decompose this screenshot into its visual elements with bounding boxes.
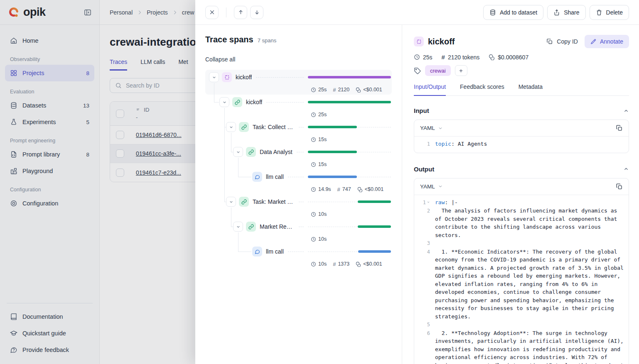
clock-icon (311, 162, 316, 167)
leader-line (266, 102, 304, 103)
duration-track (308, 151, 391, 153)
add-tag-button[interactable] (455, 65, 467, 76)
collapse-all-button[interactable]: Collapse all (205, 56, 235, 63)
leader-line (288, 177, 304, 177)
chevron-down-icon (236, 225, 241, 229)
tree-connector (238, 177, 251, 177)
hash-icon: # (337, 186, 340, 193)
span-name: llm call (266, 173, 284, 180)
duration-track (308, 225, 391, 228)
span-row-data-analyst[interactable]: Data Analyst 15s (205, 144, 392, 169)
copy-icon (546, 38, 553, 45)
clock-icon (311, 87, 316, 93)
span-row-llm-call[interactable]: llm call 10s #1373 <$0.001 (205, 244, 392, 269)
span-type-link-icon (246, 222, 256, 232)
yaml-text: 1. **Economic Indicators**: The recovery… (430, 248, 624, 321)
output-format-select[interactable]: YAML (420, 183, 443, 190)
chevron-down-icon (438, 184, 443, 189)
duration-track (308, 76, 391, 78)
span-duration: 15s (318, 137, 327, 142)
leader-line (288, 252, 304, 252)
span-name: Data Analyst (260, 149, 292, 155)
span-type-link-icon (239, 122, 249, 132)
clock-icon (311, 212, 316, 217)
detail-duration: 25s (423, 54, 433, 61)
clock-icon (311, 261, 316, 267)
span-row-market-researcher[interactable]: Market Researc... 10s (205, 219, 392, 244)
span-detail-title: kickoff (428, 37, 455, 46)
tree-connector (214, 83, 214, 102)
output-code-block: YAML 1 raw: |- 2 The analysis of factors… (414, 178, 629, 364)
yaml-text (430, 239, 624, 248)
expand-span-button[interactable] (233, 222, 243, 232)
trace-detail-sheet: Add to dataset Share Delete (195, 0, 639, 364)
leader-line (256, 77, 304, 78)
expand-span-button[interactable] (233, 147, 243, 157)
tree-connector (231, 152, 233, 152)
clock-icon (311, 237, 316, 242)
copy-output-button[interactable] (616, 183, 623, 190)
sheet-toolbar: Add to dataset Share Delete (195, 0, 639, 25)
input-format-select[interactable]: YAML (420, 125, 443, 131)
span-duration: 14.9s (318, 186, 331, 192)
duration-track (308, 101, 391, 103)
duration-track (308, 200, 391, 203)
annotate-button[interactable]: Annotate (585, 35, 629, 48)
code-line: 6 2. **Technology Adoption**: The surge … (418, 329, 624, 364)
span-row-llm-call[interactable]: llm call 14.9s #747 <$0.001 (205, 169, 392, 194)
span-row-kickoff-root[interactable]: kickoff 25s #2120 <$0.001 (205, 70, 392, 95)
chevron-down-icon (236, 150, 241, 154)
span-row-task-market-research[interactable]: Task: Market Rese... 10s (205, 194, 392, 219)
output-section-header[interactable]: Output (414, 166, 629, 173)
span-name: kickoff (246, 99, 262, 105)
expand-span-button[interactable] (226, 122, 236, 132)
span-cost: <$0.001 (363, 261, 382, 267)
tag-crewai[interactable]: crewai (425, 65, 451, 76)
tree-connector (214, 102, 219, 103)
next-trace-button[interactable] (250, 6, 263, 19)
span-type-link-icon (246, 147, 256, 157)
duration-bar (308, 176, 357, 178)
input-section-label: Input (414, 107, 429, 114)
span-row-task-collect-data[interactable]: Task: Collect Data ... 15s (205, 120, 392, 144)
database-icon (489, 9, 496, 16)
fold-chevron-icon[interactable] (427, 200, 430, 204)
delete-button[interactable]: Delete (590, 5, 629, 20)
yaml-key: raw (435, 199, 445, 205)
span-name: Task: Collect Data ... (253, 124, 295, 130)
clock-icon (311, 187, 316, 192)
tab-input-output[interactable]: Input/Output (414, 83, 446, 96)
share-button[interactable]: Share (547, 5, 585, 20)
hash-icon: # (333, 87, 336, 93)
copy-icon (616, 125, 623, 132)
span-type-link-icon (239, 197, 249, 207)
clock-icon (414, 54, 420, 60)
chevron-down-icon (229, 125, 233, 129)
code-line: 1 raw: |- (418, 198, 624, 207)
copy-input-button[interactable] (616, 125, 623, 132)
previous-trace-button[interactable] (234, 6, 247, 19)
tab-feedback-scores[interactable]: Feedback scores (460, 83, 504, 96)
tree-connector (238, 252, 251, 252)
plus-icon (458, 68, 464, 73)
chevron-down-icon (222, 100, 227, 105)
span-duration: 10s (318, 211, 327, 217)
span-tokens: 2120 (338, 87, 349, 93)
close-button[interactable] (205, 6, 219, 19)
expand-span-button[interactable] (209, 72, 219, 82)
add-to-dataset-button[interactable]: Add to dataset (483, 5, 543, 20)
input-section-header[interactable]: Input (414, 107, 629, 114)
copy-id-button[interactable]: Copy ID (546, 38, 578, 45)
span-row-kickoff[interactable]: kickoff 25s (205, 95, 392, 120)
duration-bar (358, 225, 391, 228)
span-duration: 15s (318, 161, 327, 167)
yaml-value: : AI Agents (451, 141, 487, 147)
tab-metadata[interactable]: Metadata (519, 83, 543, 96)
code-line: 5 (418, 320, 624, 329)
arrow-up-icon (238, 9, 244, 15)
expand-span-button[interactable] (226, 197, 236, 207)
expand-span-button[interactable] (219, 97, 229, 107)
tree-connector (231, 133, 231, 152)
code-line: 2 The analysis of factors influencing ma… (418, 207, 624, 239)
coins-icon (357, 187, 363, 192)
